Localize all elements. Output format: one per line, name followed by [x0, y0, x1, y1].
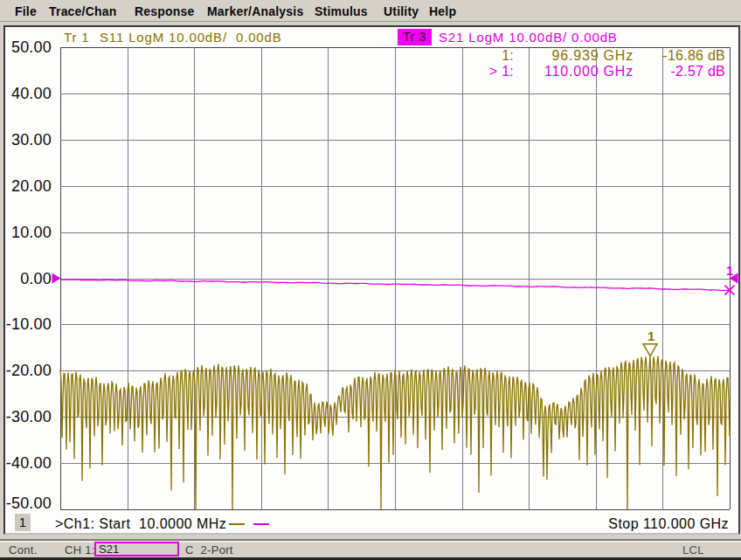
- marker-number-trace1: 1: [648, 328, 654, 343]
- marker1-tr1-value: -16.86 dB: [638, 48, 725, 64]
- marker-number-trace3: 1: [726, 263, 733, 278]
- local-remote-status: LCL: [682, 543, 704, 557]
- trace3-legend-dash: [253, 523, 269, 525]
- trace1-legend-dash: [229, 523, 245, 525]
- graticule-grid: [60, 47, 731, 510]
- y-axis-tick-label: 30.00: [0, 133, 52, 147]
- y-axis-tick-label: 40.00: [0, 86, 52, 100]
- marker1-tr1-freq: 96.939 GHz: [502, 48, 634, 64]
- marker-triangle-trace1: [643, 344, 657, 356]
- channel1-button[interactable]: 1: [15, 514, 31, 531]
- y-axis-tick-label: -20.00: [0, 363, 52, 377]
- cal-status: C 2-Port: [185, 543, 233, 557]
- y-axis-tick-label: -50.00: [0, 496, 52, 510]
- trace3-status: S21 LogM 10.00dB/ 0.00dB: [439, 30, 618, 45]
- sweep-start-label: >Ch1: Start 10.0000 MHz: [55, 516, 226, 532]
- y-axis-tick-label: 20.00: [0, 179, 52, 193]
- marker1-tr3-freq: 110.000 GHz: [502, 64, 634, 80]
- ref-level-indicator-left: [52, 273, 61, 284]
- measurement-indicator[interactable]: S21: [94, 542, 179, 557]
- y-axis-tick-label: 0.00: [0, 272, 52, 286]
- y-axis-tick-label: 50.00: [0, 40, 52, 54]
- trace1-label[interactable]: Tr 1: [64, 30, 90, 45]
- trace3-active-badge[interactable]: Tr 3: [398, 29, 432, 45]
- network-analyzer-screen: {"menu":{"items":["File","Trace/Chan","R…: [0, 0, 741, 560]
- y-axis-tick-label: -30.00: [0, 410, 52, 424]
- sweep-mode-status: Cont.: [9, 543, 38, 557]
- y-axis-tick-label: 10.00: [0, 225, 52, 239]
- y-axis-tick-label: -40.00: [0, 456, 52, 470]
- marker1-tr3-value: -2.57 dB: [638, 64, 725, 80]
- chart-plot: 11: [0, 0, 741, 560]
- y-axis-tick-label: -10.00: [0, 317, 52, 331]
- channel-status-label: CH 1:: [65, 543, 95, 557]
- trace1-status: S11 LogM 10.00dB/ 0.00dB: [100, 30, 282, 45]
- sweep-stop-label: Stop 110.000 GHz: [608, 516, 729, 532]
